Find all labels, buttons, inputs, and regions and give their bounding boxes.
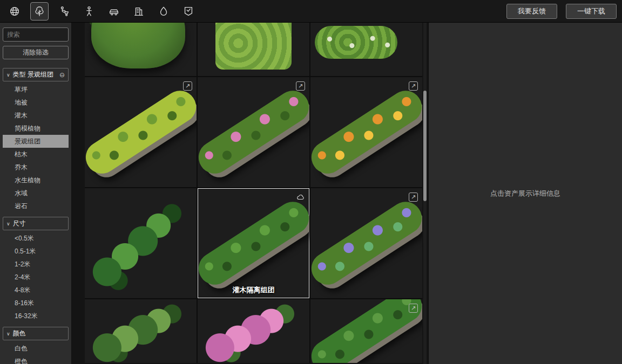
topbar-actions: 我要反馈 一键下载 — [506, 4, 617, 19]
badge-icon — [182, 5, 194, 17]
person-icon — [83, 5, 95, 17]
asset-card[interactable]: ↗ — [310, 77, 422, 187]
filter-item[interactable]: 2-4米 — [3, 271, 69, 284]
filter-item[interactable]: 水生植物 — [3, 174, 69, 187]
filter-section-type-header[interactable]: ∨ 类型 景观组团 ⊖ — [3, 68, 69, 81]
filter-item[interactable]: 0.5-1米 — [3, 245, 69, 258]
asset-card[interactable]: ↗ — [198, 77, 309, 187]
filter-list-size: <0.5米 0.5-1米 1-2米 2-4米 4-8米 8-16米 16-32米 — [3, 232, 69, 322]
export-icon[interactable]: ↗ — [296, 81, 305, 91]
chevron-down-icon: ∨ — [6, 221, 10, 226]
globe-icon — [9, 5, 21, 17]
filter-section-title: 尺寸 — [13, 219, 26, 228]
asset-thumbnail — [198, 23, 309, 76]
filter-item[interactable]: 草坪 — [3, 83, 69, 96]
filter-item[interactable]: 8-16米 — [3, 297, 69, 310]
filter-item[interactable]: 地被 — [3, 96, 69, 109]
toolbar-tab-plants[interactable] — [30, 2, 49, 20]
asset-grid-area: ↗ ↗ ↗ 灌木隔离 — [72, 23, 428, 364]
asset-card[interactable] — [198, 23, 309, 76]
asset-thumbnail — [310, 23, 422, 76]
asset-thumbnail — [85, 299, 197, 363]
asset-card-selected[interactable]: 灌木隔离组团 — [198, 188, 309, 298]
filter-item[interactable]: 1-2米 — [3, 258, 69, 271]
clear-filter-button[interactable]: 清除筛选 — [3, 46, 69, 59]
chevron-down-icon: ∨ — [6, 331, 10, 336]
filter-item[interactable]: 乔木 — [3, 161, 69, 174]
grid-scrollbar[interactable] — [423, 23, 427, 364]
asset-thumbnail — [310, 77, 422, 187]
toolbar-tab-buildings[interactable] — [130, 2, 148, 20]
car-icon — [108, 5, 120, 17]
filter-item[interactable]: 景观组团 — [3, 135, 69, 148]
asset-card[interactable] — [85, 299, 197, 363]
asset-thumbnail — [85, 188, 197, 298]
toolbar-tab-globe[interactable] — [5, 2, 24, 20]
asset-thumbnail — [310, 299, 422, 363]
filter-list-type: 草坪 地被 灌木 简模植物 景观组团 枯木 乔木 水生植物 水域 岩石 — [3, 83, 69, 212]
filter-item[interactable]: 简模植物 — [3, 122, 69, 135]
asset-card[interactable] — [85, 188, 197, 298]
filter-section-color-header[interactable]: ∨ 颜色 — [3, 327, 69, 340]
asset-thumbnail — [198, 188, 309, 298]
asset-thumbnail — [85, 23, 197, 76]
export-icon[interactable]: ↗ — [409, 193, 418, 202]
filter-item[interactable]: <0.5米 — [3, 232, 69, 245]
filter-item[interactable]: 水域 — [3, 187, 69, 200]
export-icon[interactable]: ↗ — [409, 81, 418, 91]
tree-icon — [33, 5, 45, 17]
asset-label: 灌木隔离组团 — [198, 285, 309, 295]
toolbar-tab-badge[interactable] — [179, 2, 198, 20]
filter-section-size-header[interactable]: ∨ 尺寸 — [3, 217, 69, 230]
filter-section-color: ∨ 颜色 白色 橙色 粉色 — [3, 327, 69, 364]
asset-card[interactable]: ↗ — [310, 188, 422, 298]
water-drop-icon — [158, 5, 170, 17]
asset-thumbnail — [198, 299, 309, 363]
export-icon[interactable]: ↗ — [183, 81, 192, 91]
building-icon — [133, 5, 145, 17]
filter-item[interactable]: 白色 — [3, 342, 69, 355]
asset-thumbnail — [310, 188, 422, 298]
toolbar-tabs — [5, 2, 198, 20]
filter-item[interactable]: 灌木 — [3, 109, 69, 122]
detail-placeholder-text: 点击资产展示详细信息 — [490, 189, 560, 198]
asset-grid: ↗ ↗ ↗ 灌木隔离 — [85, 23, 422, 363]
wheelbarrow-icon — [58, 5, 70, 17]
asset-card[interactable]: ↗ — [310, 299, 422, 363]
toolbar-tab-water[interactable] — [154, 2, 173, 20]
asset-card[interactable] — [310, 23, 422, 76]
filter-item[interactable]: 枯木 — [3, 148, 69, 161]
toolbar-tab-people[interactable] — [80, 2, 98, 20]
toolbar-tab-vehicles[interactable] — [105, 2, 123, 20]
search-input[interactable] — [3, 28, 69, 42]
content-area: 清除筛选 ∨ 类型 景观组团 ⊖ 草坪 地被 灌木 简模植物 景观组团 枯木 乔… — [0, 23, 622, 364]
chevron-down-icon: ∨ — [6, 72, 10, 78]
asset-thumbnail — [198, 77, 309, 187]
filter-section-title: 类型 景观组团 — [13, 70, 53, 79]
cloud-download-icon[interactable] — [296, 193, 305, 202]
grid-scrollbar-thumb[interactable] — [423, 91, 427, 201]
filter-sidebar: 清除筛选 ∨ 类型 景观组团 ⊖ 草坪 地被 灌木 简模植物 景观组团 枯木 乔… — [0, 23, 72, 364]
filter-item[interactable]: 4-8米 — [3, 284, 69, 297]
filter-section-size: ∨ 尺寸 <0.5米 0.5-1米 1-2米 2-4米 4-8米 8-16米 1… — [3, 217, 69, 322]
download-all-button[interactable]: 一键下载 — [566, 4, 617, 19]
detail-panel: 点击资产展示详细信息 — [428, 23, 622, 364]
asset-card[interactable]: ↗ — [85, 77, 197, 187]
filter-section-title: 颜色 — [13, 329, 26, 338]
filter-section-type: ∨ 类型 景观组团 ⊖ 草坪 地被 灌木 简模植物 景观组团 枯木 乔木 水生植… — [3, 68, 69, 212]
topbar: 我要反馈 一键下载 — [0, 0, 622, 23]
feedback-button[interactable]: 我要反馈 — [506, 4, 557, 19]
filter-item[interactable]: 岩石 — [3, 200, 69, 212]
export-icon[interactable]: ↗ — [409, 304, 418, 313]
asset-card[interactable] — [85, 23, 197, 76]
asset-card[interactable] — [198, 299, 309, 363]
toolbar-tab-gardener[interactable] — [55, 2, 73, 20]
filter-item[interactable]: 橙色 — [3, 355, 69, 364]
minus-circle-icon[interactable]: ⊖ — [59, 71, 65, 79]
filter-list-color: 白色 橙色 粉色 — [3, 342, 69, 364]
asset-thumbnail — [85, 77, 197, 187]
filter-item[interactable]: 16-32米 — [3, 310, 69, 322]
